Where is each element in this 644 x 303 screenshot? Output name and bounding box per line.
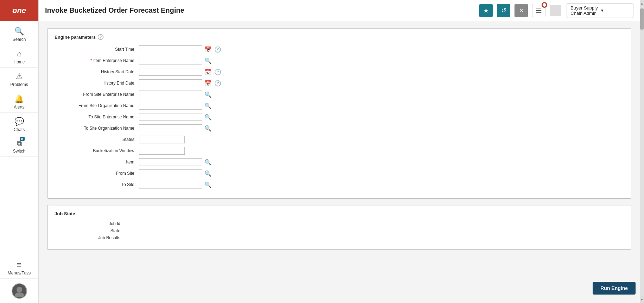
- input-wrap-start-time: 📅 🕐: [139, 45, 222, 53]
- input-wrap-item: 🔍: [139, 158, 212, 166]
- input-wrap-to-site: 🔍: [139, 181, 212, 188]
- scroll-up-arrow[interactable]: ▲: [640, 0, 644, 7]
- help-icon[interactable]: ?: [98, 34, 103, 40]
- label-from-site-org-name: From Site Organization Name:: [55, 103, 139, 108]
- notification-badge: [542, 2, 547, 8]
- sidebar-item-search[interactable]: 🔍 Search: [0, 23, 38, 45]
- alerts-icon: 🔔: [14, 94, 24, 104]
- input-from-site-enterprise-name[interactable]: [139, 91, 202, 98]
- label-history-end-date: History End Date:: [55, 81, 139, 86]
- input-to-site-enterprise-name[interactable]: [139, 113, 202, 121]
- home-icon: ⌂: [17, 49, 21, 58]
- required-marker: *: [90, 58, 93, 63]
- field-row-history-end-date: History End Date: 📅 🕐: [55, 79, 624, 88]
- sidebar-item-alerts[interactable]: 🔔 Alerts: [0, 90, 38, 113]
- lookup-btn-from-site-org[interactable]: 🔍: [204, 103, 212, 109]
- header: Invoke Bucketized Order Forecast Engine …: [39, 0, 640, 21]
- content-area: Engine parameters ? Start Time: 📅 🕐 * It…: [39, 21, 640, 303]
- main-area: Invoke Bucketized Order Forecast Engine …: [39, 0, 640, 303]
- close-icon: ✕: [519, 7, 524, 14]
- input-from-site[interactable]: [139, 169, 202, 177]
- app-logo[interactable]: one: [0, 0, 38, 21]
- sidebar-label-menus: Menus/Favs: [8, 271, 31, 276]
- calendar-btn-history-start[interactable]: 📅: [204, 69, 212, 75]
- favorite-button[interactable]: ★: [479, 4, 493, 17]
- clock-btn-start-time[interactable]: 🕐: [214, 46, 222, 53]
- label-from-site-enterprise-name: From Site Enterprise Name:: [55, 92, 139, 97]
- input-item[interactable]: [139, 158, 202, 166]
- input-start-time[interactable]: [139, 45, 202, 53]
- input-wrap-from-site-org-name: 🔍: [139, 102, 212, 110]
- engine-params-legend: Engine parameters ?: [55, 34, 624, 40]
- close-button[interactable]: ✕: [514, 4, 528, 17]
- scroll-track[interactable]: [640, 7, 644, 296]
- sidebar-item-chats[interactable]: 💬 Chats: [0, 113, 38, 135]
- job-row-job-results: Job Results:: [55, 235, 624, 240]
- lookup-btn-to-site[interactable]: 🔍: [204, 181, 212, 188]
- lookup-btn-item-enterprise-name[interactable]: 🔍: [204, 57, 212, 64]
- lookup-btn-from-site[interactable]: 🔍: [204, 170, 212, 177]
- chats-icon: 💬: [14, 117, 24, 126]
- input-states[interactable]: [139, 136, 185, 143]
- input-from-site-org-name[interactable]: [139, 102, 202, 110]
- sidebar-label-switch: Switch: [13, 149, 25, 154]
- refresh-button[interactable]: ↺: [497, 4, 510, 17]
- label-to-site-org-name: To Site Organization Name:: [55, 126, 139, 131]
- sidebar-item-home[interactable]: ⌂ Home: [0, 45, 38, 68]
- label-states: States:: [55, 137, 139, 142]
- input-to-site[interactable]: [139, 181, 202, 188]
- field-row-to-site: To Site: 🔍: [55, 180, 624, 189]
- sidebar-label-home: Home: [13, 60, 25, 64]
- field-row-from-site-org-name: From Site Organization Name: 🔍: [55, 101, 624, 110]
- sidebar-label-alerts: Alerts: [14, 105, 25, 110]
- calendar-btn-start-time[interactable]: 📅: [204, 46, 212, 53]
- input-history-end-date[interactable]: [139, 79, 202, 87]
- run-engine-button[interactable]: Run Engine: [593, 282, 636, 295]
- sidebar-label-search: Search: [12, 37, 26, 42]
- calendar-btn-history-end[interactable]: 📅: [204, 80, 212, 87]
- search-icon: 🔍: [14, 27, 24, 36]
- avatar[interactable]: [12, 283, 27, 299]
- sidebar-item-problems[interactable]: ⚠ Problems: [0, 68, 38, 90]
- menu-icon: ☰: [536, 6, 542, 15]
- field-row-from-site-enterprise-name: From Site Enterprise Name: 🔍: [55, 90, 624, 99]
- dropdown-chevron: ▾: [601, 8, 630, 13]
- clock-btn-history-end[interactable]: 🕐: [214, 80, 222, 87]
- field-row-start-time: Start Time: 📅 🕐: [55, 45, 624, 54]
- input-wrap-from-site: 🔍: [139, 169, 212, 177]
- input-to-site-org-name[interactable]: [139, 124, 202, 132]
- input-history-start-date[interactable]: [139, 68, 202, 76]
- star-icon: ★: [483, 7, 489, 14]
- field-row-states: States:: [55, 135, 624, 144]
- user-avatar-container[interactable]: [0, 279, 38, 303]
- input-wrap-to-site-enterprise-name: 🔍: [139, 113, 212, 121]
- lookup-btn-to-site-org[interactable]: 🔍: [204, 125, 212, 132]
- field-row-bucketization-window: Bucketization Window:: [55, 146, 624, 155]
- label-to-site: To Site:: [55, 182, 139, 187]
- sidebar-item-menus[interactable]: ≡ Menus/Favs: [0, 256, 38, 279]
- svg-point-0: [17, 287, 22, 292]
- scrollbar[interactable]: ▲ ▼: [640, 0, 644, 303]
- field-row-history-start-date: History Start Date: 📅 🕐: [55, 67, 624, 76]
- menu-button[interactable]: ☰: [532, 4, 545, 17]
- field-row-to-site-org-name: To Site Organization Name: 🔍: [55, 124, 624, 133]
- user-preview-box: [550, 5, 561, 16]
- user-dropdown[interactable]: Buyer Supply Chain Admin ▾: [567, 3, 633, 18]
- refresh-icon: ↺: [501, 7, 506, 14]
- label-start-time: Start Time:: [55, 47, 139, 52]
- lookup-btn-from-site-enterprise[interactable]: 🔍: [204, 91, 212, 98]
- svg-point-2: [543, 3, 546, 7]
- field-row-item: Item: 🔍: [55, 157, 624, 167]
- page-title: Invoke Bucketized Order Forecast Engine: [45, 6, 475, 14]
- input-item-enterprise-name[interactable]: [139, 57, 202, 64]
- sidebar-item-switch[interactable]: ⧉ ⇄ Switch: [0, 135, 38, 157]
- scroll-down-arrow[interactable]: ▼: [640, 296, 644, 303]
- clock-btn-history-start[interactable]: 🕐: [214, 69, 222, 75]
- scroll-thumb[interactable]: [640, 8, 644, 30]
- sidebar: one 🔍 Search ⌂ Home ⚠ Problems 🔔 Alerts …: [0, 0, 39, 303]
- lookup-btn-to-site-enterprise[interactable]: 🔍: [204, 114, 212, 120]
- lookup-btn-item[interactable]: 🔍: [204, 159, 212, 166]
- input-wrap-item-enterprise-name: 🔍: [139, 57, 212, 64]
- sidebar-label-chats: Chats: [14, 127, 25, 132]
- input-bucketization-window[interactable]: [139, 147, 185, 155]
